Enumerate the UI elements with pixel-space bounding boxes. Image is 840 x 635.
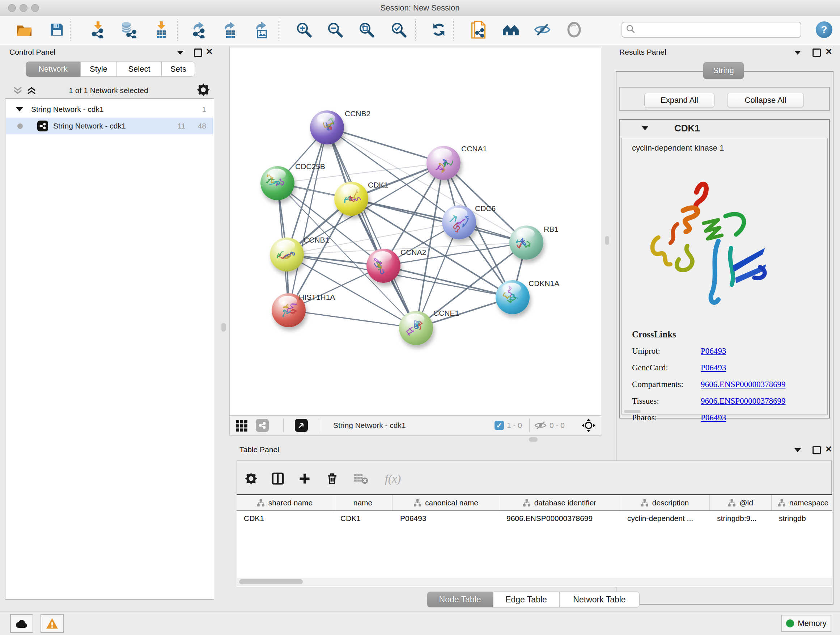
network-node-cdc25b[interactable] bbox=[261, 166, 294, 200]
column-header-name[interactable]: name bbox=[333, 495, 393, 510]
network-row-selected[interactable]: String Network - cdk1 11 48 bbox=[6, 118, 213, 134]
tab-style[interactable]: Style bbox=[80, 62, 117, 77]
column-header-description[interactable]: description bbox=[620, 495, 710, 510]
table-horizontal-scrollbar[interactable] bbox=[237, 578, 832, 586]
network-node-ccnb1[interactable] bbox=[270, 238, 304, 272]
tab-select[interactable]: Select bbox=[117, 62, 162, 77]
birds-eye-toggle-button[interactable] bbox=[581, 416, 596, 435]
collapse-all-tree-icon[interactable] bbox=[12, 86, 23, 97]
tab-edge-table[interactable]: Edge Table bbox=[493, 592, 559, 608]
open-session-button[interactable] bbox=[15, 21, 34, 40]
table-row[interactable]: CDK1CDK1P064939606.ENSP00000378699cyclin… bbox=[237, 511, 832, 526]
crosslink-link[interactable]: P06493 bbox=[701, 413, 726, 428]
network-node-ccnb2[interactable] bbox=[310, 111, 344, 144]
network-node-ccna2[interactable] bbox=[366, 249, 401, 283]
zoom-selected-button[interactable] bbox=[389, 21, 408, 40]
table-cell[interactable]: cyclin-dependent ... bbox=[620, 511, 710, 526]
control-panel-close-icon[interactable]: × bbox=[206, 48, 213, 55]
table-cell[interactable]: CDK1 bbox=[237, 511, 333, 526]
column-header-shared-name[interactable]: shared name bbox=[237, 495, 333, 510]
column-header-database-identifier[interactable]: database identifier bbox=[499, 495, 620, 510]
table-panel-menu-caret[interactable] bbox=[794, 448, 801, 452]
tab-node-table[interactable]: Node Table bbox=[427, 592, 493, 608]
network-node-rb1[interactable] bbox=[509, 226, 543, 260]
protein-section-caret[interactable] bbox=[642, 126, 648, 130]
expand-all-button[interactable]: Expand All bbox=[644, 93, 714, 108]
column-header-canonical-name[interactable]: canonical name bbox=[393, 495, 499, 510]
protein-name: CDK1 bbox=[674, 123, 700, 134]
control-panel-float-icon[interactable] bbox=[194, 49, 202, 57]
export-table-button[interactable] bbox=[221, 21, 240, 40]
table-cell[interactable]: 9606.ENSP00000378699 bbox=[499, 511, 620, 526]
import-network-database-button[interactable] bbox=[119, 21, 138, 40]
string-panel-toggle-button[interactable] bbox=[256, 416, 269, 435]
network-node-cdkn1a[interactable] bbox=[496, 280, 530, 314]
export-network-button[interactable] bbox=[190, 21, 209, 40]
tab-sets[interactable]: Sets bbox=[162, 62, 195, 77]
network-collection-row[interactable]: String Network - cdk1 1 bbox=[6, 101, 213, 118]
memory-button[interactable]: Memory bbox=[782, 615, 831, 632]
table-cell[interactable]: CDK1 bbox=[333, 511, 393, 526]
documents-share-button[interactable] bbox=[469, 21, 488, 40]
cloud-button[interactable] bbox=[10, 614, 33, 633]
search-box[interactable] bbox=[622, 22, 801, 38]
network-node-cdc6[interactable] bbox=[442, 205, 476, 239]
help-button[interactable]: ? bbox=[816, 21, 832, 38]
tab-network-table[interactable]: Network Table bbox=[559, 592, 639, 608]
crosslink-link[interactable]: P06493 bbox=[701, 363, 726, 378]
zoom-in-button[interactable] bbox=[294, 21, 313, 40]
open-folder-icon bbox=[16, 21, 33, 40]
refresh-view-button[interactable] bbox=[429, 21, 448, 40]
crosslink-link[interactable]: 9606.ENSP00000378699 bbox=[701, 380, 786, 394]
collapse-all-button[interactable]: Collapse All bbox=[727, 93, 804, 108]
network-node-ccne1[interactable] bbox=[399, 311, 433, 345]
control-panel-menu-caret[interactable] bbox=[177, 51, 183, 55]
show-columns-button[interactable] bbox=[268, 469, 287, 488]
column-header--id[interactable]: @id bbox=[710, 495, 772, 510]
results-panel-float-icon[interactable] bbox=[813, 49, 821, 57]
save-session-button[interactable] bbox=[47, 21, 66, 40]
column-header-namespace[interactable]: namespace bbox=[772, 495, 832, 510]
tab-string-results[interactable]: String bbox=[703, 62, 744, 79]
delete-table-button[interactable] bbox=[352, 469, 370, 488]
network-options-gear-icon[interactable] bbox=[197, 83, 210, 98]
protein-structure-image[interactable] bbox=[642, 178, 786, 319]
horizontal-splitter-handle[interactable] bbox=[529, 437, 538, 442]
table-panel-float-icon[interactable] bbox=[813, 446, 821, 454]
table-gear-button[interactable] bbox=[242, 469, 261, 488]
hide-graphics-details-button[interactable] bbox=[533, 21, 552, 40]
crosslink-link[interactable]: P06493 bbox=[701, 347, 726, 361]
tree-expand-caret[interactable] bbox=[16, 107, 23, 111]
export-image-button[interactable] bbox=[253, 21, 271, 40]
crosslink-link[interactable]: 9606.ENSP00000378699 bbox=[701, 396, 786, 411]
show-graphics-details-button[interactable] bbox=[565, 21, 584, 40]
network-view-canvas[interactable]: CCNB2CCNA1CDC25BCDK1CDC6RB1CCNB1CCNA2CDK… bbox=[229, 47, 601, 416]
expand-all-tree-icon[interactable] bbox=[26, 86, 37, 97]
scrollbar-thumb[interactable] bbox=[239, 579, 303, 584]
table-panel-close-icon[interactable]: × bbox=[826, 445, 832, 453]
vertical-splitter-handle[interactable] bbox=[605, 236, 609, 245]
search-icon bbox=[626, 24, 635, 35]
home-button[interactable] bbox=[501, 21, 520, 40]
add-column-button[interactable] bbox=[295, 469, 314, 488]
zoom-out-button[interactable] bbox=[325, 21, 344, 40]
function-builder-button[interactable]: f(x) bbox=[378, 469, 407, 488]
search-input[interactable] bbox=[635, 25, 801, 35]
table-cell[interactable]: P06493 bbox=[393, 511, 499, 526]
table-cell[interactable]: stringdb:9... bbox=[710, 511, 772, 526]
results-panel-close-icon[interactable]: × bbox=[826, 48, 832, 55]
import-table-file-button[interactable] bbox=[152, 21, 171, 40]
network-node-ccna1[interactable] bbox=[426, 146, 461, 180]
zoom-fit-button[interactable] bbox=[357, 21, 376, 40]
results-panel-menu-caret[interactable] bbox=[794, 51, 801, 55]
network-node-cdk1[interactable] bbox=[334, 182, 368, 216]
table-cell[interactable]: stringdb bbox=[772, 511, 832, 526]
import-network-file-button[interactable] bbox=[88, 21, 107, 40]
warnings-button[interactable] bbox=[41, 614, 64, 633]
delete-column-button[interactable] bbox=[323, 469, 341, 488]
mini-scrollbar-thumb[interactable] bbox=[624, 410, 641, 413]
vertical-splitter-handle[interactable] bbox=[221, 323, 226, 332]
tab-network[interactable]: Network bbox=[26, 62, 80, 77]
detach-view-button[interactable] bbox=[295, 416, 308, 435]
grid-view-button[interactable] bbox=[235, 416, 248, 435]
